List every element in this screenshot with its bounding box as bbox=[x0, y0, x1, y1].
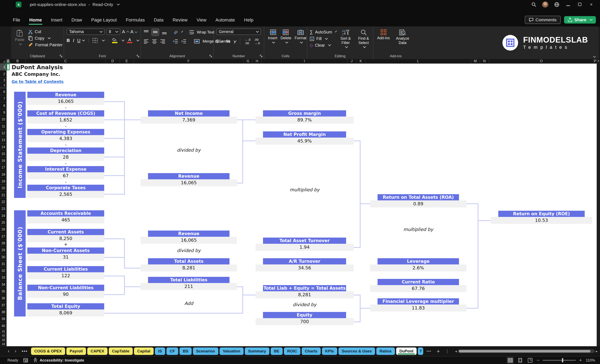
row-header-21[interactable]: 21 bbox=[0, 192, 7, 199]
box-tat-title[interactable]: Total Asset Turnover bbox=[263, 237, 346, 244]
tab-scroll-right-button[interactable]: › bbox=[13, 348, 18, 354]
box-eq-value[interactable]: 700 bbox=[255, 318, 354, 325]
menu-tab-file[interactable]: File bbox=[8, 17, 25, 27]
macro-record-icon[interactable] bbox=[23, 358, 28, 363]
box-te-value[interactable]: 8,069 bbox=[27, 309, 104, 317]
comments-button[interactable]: Comments bbox=[525, 16, 561, 24]
box-dep-value[interactable]: 28 bbox=[27, 154, 104, 161]
box-art-title[interactable]: A/R Turnover bbox=[263, 258, 346, 264]
row-header-19[interactable]: 19 bbox=[0, 178, 7, 185]
row-header-44[interactable]: 44 bbox=[0, 342, 7, 346]
align-left-icon[interactable] bbox=[143, 39, 149, 44]
view-normal-button[interactable] bbox=[507, 357, 514, 363]
horizontal-scrollbar[interactable] bbox=[458, 349, 595, 353]
hscroll-left-arrow[interactable]: ◂ bbox=[455, 349, 457, 353]
align-center-icon[interactable] bbox=[152, 39, 157, 44]
font-family-select[interactable]: Tahoma bbox=[66, 28, 105, 35]
accessibility-status[interactable]: Accessibility: Investigate bbox=[40, 358, 84, 363]
column-header-N[interactable]: N bbox=[480, 59, 489, 63]
box-ni-value[interactable]: 7,369 bbox=[141, 117, 237, 124]
table-of-contents-link[interactable]: Go to Table of Contents bbox=[12, 79, 64, 84]
row-header-39[interactable]: 39 bbox=[0, 315, 7, 322]
row-header-6[interactable]: 6 bbox=[0, 88, 7, 95]
column-header-M[interactable]: M bbox=[471, 59, 480, 63]
box-flm-title[interactable]: Financial Leverage multiplier bbox=[377, 298, 459, 304]
cut-button[interactable]: Cut bbox=[28, 29, 62, 34]
box-revf2-title[interactable]: Revenue bbox=[148, 231, 229, 237]
box-roa-title[interactable]: Return on Total Assets (ROA) bbox=[377, 194, 459, 200]
row-header-31[interactable]: 31 bbox=[0, 261, 7, 267]
row-header-7[interactable]: 7 bbox=[0, 95, 7, 102]
increase-decimal-button[interactable]: ←.0.00 bbox=[245, 38, 251, 45]
column-header-L[interactable]: L bbox=[366, 59, 471, 63]
row-header-41[interactable]: 41 bbox=[0, 329, 7, 334]
box-ni-title[interactable]: Net Income bbox=[148, 110, 229, 117]
sheet-tab-capital[interactable]: Capital bbox=[134, 347, 154, 355]
row-header-17[interactable]: 17 bbox=[0, 164, 7, 171]
sheet-tab-dupont[interactable]: DuPont bbox=[396, 347, 417, 355]
row-header-33[interactable]: 33 bbox=[0, 274, 7, 281]
box-art-value[interactable]: 34.56 bbox=[255, 264, 354, 272]
row-header-1[interactable]: 1 bbox=[0, 64, 7, 71]
row-header-40[interactable]: 40 bbox=[0, 322, 7, 329]
select-all-corner[interactable] bbox=[0, 59, 7, 64]
sheet-tab-sources-uses[interactable]: Sources & Uses bbox=[338, 347, 375, 355]
menu-tab-insert[interactable]: Insert bbox=[47, 17, 67, 27]
number-dialog-launcher[interactable] bbox=[260, 55, 262, 57]
format-painter-button[interactable]: Format Painter bbox=[28, 42, 62, 47]
box-npm-value[interactable]: 45.9% bbox=[255, 137, 354, 145]
alignment-dialog-launcher[interactable] bbox=[209, 55, 212, 57]
sheet-tab-payroll[interactable]: Payroll bbox=[66, 347, 86, 355]
restore-button[interactable] bbox=[577, 2, 583, 7]
increase-font-button[interactable]: A bbox=[122, 29, 129, 35]
column-header-A[interactable]: A bbox=[7, 59, 10, 63]
align-middle-icon[interactable] bbox=[151, 28, 159, 36]
column-header-E[interactable]: E bbox=[120, 59, 134, 63]
sort-filter-button[interactable]: AZ Sort & Filter bbox=[338, 28, 353, 53]
autosum-button[interactable]: ∑AutoSum bbox=[310, 29, 335, 35]
box-rev-title[interactable]: Revenue bbox=[27, 92, 104, 98]
row-header-36[interactable]: 36 bbox=[0, 295, 7, 302]
sheet-tab-charts[interactable]: Charts bbox=[302, 347, 321, 355]
column-headers[interactable]: ABCDEFGHIJKLMNOP bbox=[7, 59, 597, 64]
number-format-select[interactable]: General bbox=[216, 28, 261, 35]
sheet-canvas[interactable]: DuPont Analysis ABC Company Inc. Go to T… bbox=[7, 64, 597, 346]
row-header-22[interactable]: 22 bbox=[0, 199, 7, 205]
box-ca-title[interactable]: Current Assets bbox=[27, 229, 104, 235]
row-header-14[interactable]: 14 bbox=[0, 144, 7, 150]
box-cl-title[interactable]: Current Liabilities bbox=[27, 266, 104, 272]
insert-cells-button[interactable]: Insert bbox=[267, 28, 279, 53]
box-eq-title[interactable]: Equity bbox=[263, 312, 346, 318]
sheet-tab-ratios[interactable]: Ratios bbox=[376, 347, 395, 355]
row-header-34[interactable]: 34 bbox=[0, 281, 7, 288]
row-header-8[interactable]: 8 bbox=[0, 102, 7, 109]
row-header-32[interactable]: 32 bbox=[0, 267, 7, 274]
comma-style-button[interactable]: , bbox=[234, 39, 235, 44]
sheet-tab-capex[interactable]: CAPEX bbox=[87, 347, 107, 355]
font-color-button[interactable]: A bbox=[127, 38, 132, 43]
row-header-10[interactable]: 10 bbox=[0, 116, 7, 123]
row-headers[interactable]: 1234678910111213141516171819202122232425… bbox=[0, 64, 7, 346]
zoom-slider[interactable] bbox=[543, 360, 576, 361]
row-header-3[interactable]: 3 bbox=[0, 78, 7, 83]
menu-tab-review[interactable]: Review bbox=[168, 17, 192, 27]
italic-button[interactable]: I bbox=[73, 38, 74, 43]
vertical-scrollbar[interactable]: ▲ bbox=[597, 59, 600, 346]
row-header-42[interactable]: 42 bbox=[0, 333, 7, 338]
box-tle-value[interactable]: 8,281 bbox=[255, 291, 354, 298]
column-header-O[interactable]: O bbox=[489, 59, 594, 63]
row-header-38[interactable]: 38 bbox=[0, 309, 7, 315]
accounting-format-button[interactable]: $ bbox=[216, 39, 223, 44]
box-dep-title[interactable]: Depreciation bbox=[27, 147, 104, 154]
bold-button[interactable]: B bbox=[66, 38, 70, 43]
underline-button[interactable]: U bbox=[77, 38, 80, 43]
decrease-decimal-button[interactable]: .00→.0 bbox=[254, 38, 260, 45]
sheet-tab-is[interactable]: IS bbox=[155, 347, 165, 355]
fill-button[interactable]: Fill bbox=[310, 36, 335, 41]
column-header-F[interactable]: F bbox=[134, 59, 244, 63]
borders-icon[interactable] bbox=[93, 38, 98, 43]
search-icon[interactable] bbox=[531, 2, 536, 7]
box-tl-value[interactable]: 211 bbox=[141, 283, 237, 290]
row-header-20[interactable]: 20 bbox=[0, 185, 7, 191]
zoom-in-button[interactable]: + bbox=[579, 358, 582, 363]
